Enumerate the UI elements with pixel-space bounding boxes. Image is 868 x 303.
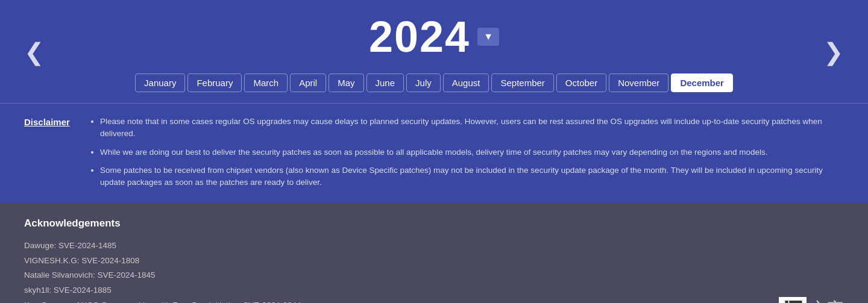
ack-item-4: skyh1ll: SVE-2024-1885 [24, 284, 844, 297]
disclaimer-item-1: Please note that in some cases regular O… [100, 116, 844, 140]
month-tabs: JanuaryFebruaryMarchAprilMayJuneJulyAugu… [0, 73, 868, 103]
watermark-logo: IT 之家 [779, 297, 844, 303]
month-tab-february[interactable]: February [187, 73, 242, 92]
month-tab-september[interactable]: September [491, 73, 553, 92]
acknowledgements-list: Dawuge: SVE-2024-1485VIGNESH.K.G: SVE-20… [24, 239, 844, 303]
month-tab-august[interactable]: August [443, 73, 489, 92]
month-tab-january[interactable]: January [135, 73, 185, 92]
next-year-button[interactable]: ❯ [823, 38, 844, 66]
year-dropdown-button[interactable]: ▼ [477, 28, 499, 46]
year-title: 2024 [369, 12, 470, 61]
disclaimer-label: Disclaimer [24, 117, 78, 127]
disclaimer-layout: Disclaimer Please note that in some case… [24, 116, 844, 189]
disclaimer-item-2: While we are doing our best to deliver t… [100, 146, 844, 158]
ack-item-1: Dawuge: SVE-2024-1485 [24, 239, 844, 252]
month-tab-july[interactable]: July [406, 73, 441, 92]
disclaimer-section: Disclaimer Please note that in some case… [0, 103, 868, 203]
month-tab-may[interactable]: May [329, 73, 363, 92]
month-tab-december[interactable]: December [671, 73, 733, 92]
prev-year-button[interactable]: ❮ [24, 38, 45, 66]
watermark-chinese-text: 之家 [810, 298, 844, 303]
month-tab-november[interactable]: November [609, 73, 668, 92]
acknowledgements-section: Acknowledgements Dawuge: SVE-2024-1485VI… [0, 203, 868, 303]
ack-item-2: VIGNESH.K.G: SVE-2024-1808 [24, 254, 844, 267]
watermark: IT 之家 www.ithome.com [779, 297, 844, 303]
month-tab-june[interactable]: June [366, 73, 404, 92]
disclaimer-list: Please note that in some cases regular O… [88, 116, 844, 189]
watermark-it-text: IT [779, 297, 807, 303]
month-tab-october[interactable]: October [556, 73, 606, 92]
ack-item-3: Natalie Silvanovich: SVE-2024-1845 [24, 269, 844, 282]
disclaimer-item-3: Some patches to be received from chipset… [100, 164, 844, 189]
month-tab-march[interactable]: March [244, 73, 288, 92]
ack-item-5: Ken Gannon of NCC Group working with Zer… [24, 299, 844, 303]
month-tab-april[interactable]: April [290, 73, 326, 92]
year-row: ❮ 2024 ▼ ❯ [0, 12, 868, 61]
header-section: ❮ 2024 ▼ ❯ JanuaryFebruaryMarchAprilMayJ… [0, 0, 868, 103]
acknowledgements-title: Acknowledgements [24, 217, 844, 230]
